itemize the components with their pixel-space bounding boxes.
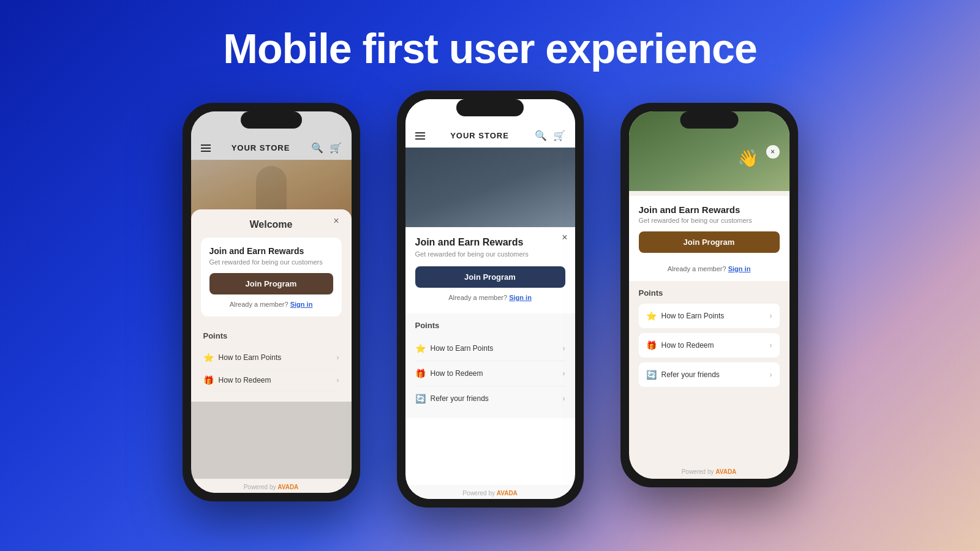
sign-in-link-1[interactable]: Sign in [290,301,313,308]
phone2-powered-by: Powered by AVADA [405,485,575,499]
phone2-already-member: Already a member? Sign in [415,294,565,301]
wave-emoji: 👋 [737,148,759,168]
phone3-already-member: Already a member? Sign in [639,265,780,272]
star-icon-1: ⭐ [203,353,214,362]
chevron-2: › [337,376,339,384]
chevron-4: › [563,369,565,378]
close-btn-1[interactable]: × [333,216,339,227]
phone3-screen: × 👋 Join and Earn Rewards Get rewarded f… [629,111,790,479]
dynamic-island-3 [680,111,738,129]
phone1-redeem: 🎁 How to Redeem [203,375,271,385]
phone3-reward-title: Join and Earn Rewards [639,204,780,215]
star-icon-2: ⭐ [415,343,426,353]
phone1-modal-overlay: × Welcome Join and Earn Rewards Get rewa… [191,111,352,479]
phone3-reward-card: Join and Earn Rewards Get rewarded for b… [629,196,790,281]
phone3-powered-by: Powered by AVADA [629,465,790,479]
phone-1: YOUR STORE 🔍 🛒 × [183,103,360,501]
phone1-modal-title: Welcome [201,219,342,230]
sign-in-link-2[interactable]: Sign in [509,294,532,301]
avada-link-2[interactable]: AVADA [497,490,518,497]
refer-icon-3: 🔄 [646,370,657,380]
phone3-points-item-1[interactable]: ⭐ How to Earn Points › [639,304,780,328]
gift-icon-1: 🎁 [203,375,214,385]
chevron-5: › [563,394,565,403]
phone2-points-section: Points ⭐ How to Earn Points › 🎁 How to R… [405,313,575,418]
sign-in-link-3[interactable]: Sign in [728,265,751,272]
phone2-points-title: Points [415,321,565,330]
phones-container: YOUR STORE 🔍 🛒 × [0,103,980,508]
join-program-btn-3[interactable]: Join Program [639,231,780,253]
cart-icon-2[interactable]: 🛒 [553,130,565,141]
search-icon-2[interactable]: 🔍 [535,130,547,141]
phone2-redeem: 🎁 How to Redeem [415,369,483,378]
gift-icon-3: 🎁 [646,340,657,350]
phone1-reward-subtitle: Get rewarded for being our customers [209,258,333,266]
chevron-3: › [563,344,565,353]
star-icon-3: ⭐ [646,311,657,321]
phone2-reward-subtitle: Get rewarded for being our customers [415,250,565,258]
phone3-points-item-3[interactable]: 🔄 Refer your friends › [639,362,780,387]
phone1-reward-title: Join and Earn Rewards [209,246,333,256]
phone2-refer: 🔄 Refer your friends [415,394,489,403]
phone3-refer: 🔄 Refer your friends [646,370,720,380]
phone3-points-item-2[interactable]: 🎁 How to Redeem › [639,333,780,358]
phone3-points-title: Points [639,288,780,298]
phone1-reward-card: Join and Earn Rewards Get rewarded for b… [201,238,342,317]
phone2-earn-points: ⭐ How to Earn Points [415,343,494,353]
close-btn-3[interactable]: × [766,145,780,159]
phone2-reward-card: × Join and Earn Rewards Get rewarded for… [405,227,575,311]
join-program-btn-2[interactable]: Join Program [415,266,565,288]
phone1-earn-points: ⭐ How to Earn Points [203,353,282,362]
phone2-points-item-1[interactable]: ⭐ How to Earn Points › [415,336,565,361]
chevron-8: › [770,370,772,379]
phone1-powered-by: Powered by AVADA [191,479,352,493]
phone1-points-section: Points ⭐ How to Earn Points › 🎁 [201,324,342,392]
page-title: Mobile first user experience [223,24,756,72]
hero-image-2 [405,148,575,227]
phone1-points-title: Points [203,331,339,340]
phone2-header-icons: 🔍 🛒 [535,130,565,141]
dynamic-island-2 [456,99,524,116]
phone2-reward-title: Join and Earn Rewards [415,237,565,248]
phone-2: YOUR STORE 🔍 🛒 × Join and Earn Rewards G… [397,91,584,508]
phone2-points-item-3[interactable]: 🔄 Refer your friends › [415,386,565,411]
chevron-7: › [770,341,772,350]
phone3-reward-subtitle: Get rewarded for being our customers [639,217,780,224]
close-btn-2[interactable]: × [562,232,567,243]
phone1-points-item-1[interactable]: ⭐ How to Earn Points › [203,347,339,369]
phone2-store-name: YOUR STORE [450,131,509,140]
phone3-redeem: 🎁 How to Redeem [646,340,714,350]
avada-link-3[interactable]: AVADA [715,468,736,475]
hamburger-icon-2[interactable] [415,132,425,140]
avada-link-1[interactable]: AVADA [277,484,298,490]
phone3-points-section: Points ⭐ How to Earn Points › 🎁 How to R… [629,281,790,399]
phone2-screen: YOUR STORE 🔍 🛒 × Join and Earn Rewards G… [405,99,575,485]
phone3-earn-points: ⭐ How to Earn Points [646,311,725,321]
chevron-6: › [770,312,772,320]
phone1-points-item-2[interactable]: 🎁 How to Redeem › [203,369,339,392]
phone2-points-item-2[interactable]: 🎁 How to Redeem › [415,361,565,386]
dynamic-island-1 [241,111,302,129]
refer-icon-2: 🔄 [415,394,426,403]
gift-icon-2: 🎁 [415,369,426,378]
chevron-1: › [337,353,339,362]
join-program-btn-1[interactable]: Join Program [209,273,333,294]
phone1-welcome-modal: Welcome Join and Earn Rewards Get reward… [191,209,352,402]
phone-3: × 👋 Join and Earn Rewards Get rewarded f… [620,103,798,487]
phone1-screen: YOUR STORE 🔍 🛒 × [191,111,352,479]
phone1-already-member: Already a member? Sign in [209,301,333,308]
